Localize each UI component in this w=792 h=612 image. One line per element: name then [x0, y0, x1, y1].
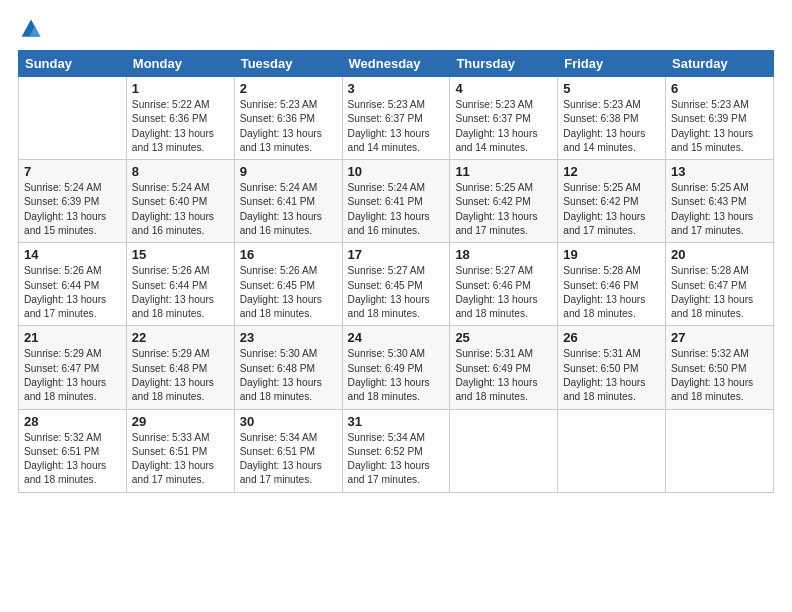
- day-number: 11: [455, 164, 552, 179]
- day-number: 28: [24, 414, 121, 429]
- page: SundayMondayTuesdayWednesdayThursdayFrid…: [0, 0, 792, 612]
- day-info: Sunrise: 5:34 AM Sunset: 6:52 PM Dayligh…: [348, 431, 445, 488]
- calendar-cell: 5Sunrise: 5:23 AM Sunset: 6:38 PM Daylig…: [558, 77, 666, 160]
- calendar-cell: 7Sunrise: 5:24 AM Sunset: 6:39 PM Daylig…: [19, 160, 127, 243]
- day-number: 1: [132, 81, 229, 96]
- day-info: Sunrise: 5:27 AM Sunset: 6:46 PM Dayligh…: [455, 264, 552, 321]
- day-info: Sunrise: 5:22 AM Sunset: 6:36 PM Dayligh…: [132, 98, 229, 155]
- weekday-header-row: SundayMondayTuesdayWednesdayThursdayFrid…: [19, 51, 774, 77]
- day-info: Sunrise: 5:30 AM Sunset: 6:48 PM Dayligh…: [240, 347, 337, 404]
- day-number: 5: [563, 81, 660, 96]
- weekday-header-monday: Monday: [126, 51, 234, 77]
- day-info: Sunrise: 5:28 AM Sunset: 6:46 PM Dayligh…: [563, 264, 660, 321]
- day-info: Sunrise: 5:23 AM Sunset: 6:36 PM Dayligh…: [240, 98, 337, 155]
- calendar-cell: 10Sunrise: 5:24 AM Sunset: 6:41 PM Dayli…: [342, 160, 450, 243]
- calendar-cell: 22Sunrise: 5:29 AM Sunset: 6:48 PM Dayli…: [126, 326, 234, 409]
- day-info: Sunrise: 5:32 AM Sunset: 6:51 PM Dayligh…: [24, 431, 121, 488]
- calendar-week-row: 14Sunrise: 5:26 AM Sunset: 6:44 PM Dayli…: [19, 243, 774, 326]
- day-info: Sunrise: 5:34 AM Sunset: 6:51 PM Dayligh…: [240, 431, 337, 488]
- day-number: 25: [455, 330, 552, 345]
- day-info: Sunrise: 5:27 AM Sunset: 6:45 PM Dayligh…: [348, 264, 445, 321]
- day-number: 16: [240, 247, 337, 262]
- day-info: Sunrise: 5:25 AM Sunset: 6:42 PM Dayligh…: [455, 181, 552, 238]
- logo-icon: [20, 18, 42, 40]
- calendar-cell: 14Sunrise: 5:26 AM Sunset: 6:44 PM Dayli…: [19, 243, 127, 326]
- calendar-cell: 27Sunrise: 5:32 AM Sunset: 6:50 PM Dayli…: [666, 326, 774, 409]
- calendar-cell: 23Sunrise: 5:30 AM Sunset: 6:48 PM Dayli…: [234, 326, 342, 409]
- calendar-cell: 15Sunrise: 5:26 AM Sunset: 6:44 PM Dayli…: [126, 243, 234, 326]
- day-number: 27: [671, 330, 768, 345]
- calendar-cell: 13Sunrise: 5:25 AM Sunset: 6:43 PM Dayli…: [666, 160, 774, 243]
- day-info: Sunrise: 5:32 AM Sunset: 6:50 PM Dayligh…: [671, 347, 768, 404]
- weekday-header-friday: Friday: [558, 51, 666, 77]
- day-number: 3: [348, 81, 445, 96]
- weekday-header-saturday: Saturday: [666, 51, 774, 77]
- day-info: Sunrise: 5:24 AM Sunset: 6:40 PM Dayligh…: [132, 181, 229, 238]
- calendar-week-row: 21Sunrise: 5:29 AM Sunset: 6:47 PM Dayli…: [19, 326, 774, 409]
- day-number: 23: [240, 330, 337, 345]
- day-info: Sunrise: 5:26 AM Sunset: 6:45 PM Dayligh…: [240, 264, 337, 321]
- day-info: Sunrise: 5:28 AM Sunset: 6:47 PM Dayligh…: [671, 264, 768, 321]
- calendar-cell: 1Sunrise: 5:22 AM Sunset: 6:36 PM Daylig…: [126, 77, 234, 160]
- day-info: Sunrise: 5:29 AM Sunset: 6:47 PM Dayligh…: [24, 347, 121, 404]
- day-number: 22: [132, 330, 229, 345]
- day-number: 7: [24, 164, 121, 179]
- weekday-header-sunday: Sunday: [19, 51, 127, 77]
- day-number: 20: [671, 247, 768, 262]
- day-number: 31: [348, 414, 445, 429]
- calendar-cell: [19, 77, 127, 160]
- weekday-header-thursday: Thursday: [450, 51, 558, 77]
- day-number: 8: [132, 164, 229, 179]
- day-number: 15: [132, 247, 229, 262]
- day-number: 26: [563, 330, 660, 345]
- day-number: 29: [132, 414, 229, 429]
- calendar-week-row: 28Sunrise: 5:32 AM Sunset: 6:51 PM Dayli…: [19, 409, 774, 492]
- calendar-cell: 12Sunrise: 5:25 AM Sunset: 6:42 PM Dayli…: [558, 160, 666, 243]
- calendar-cell: 30Sunrise: 5:34 AM Sunset: 6:51 PM Dayli…: [234, 409, 342, 492]
- calendar-cell: 18Sunrise: 5:27 AM Sunset: 6:46 PM Dayli…: [450, 243, 558, 326]
- calendar-cell: 19Sunrise: 5:28 AM Sunset: 6:46 PM Dayli…: [558, 243, 666, 326]
- weekday-header-tuesday: Tuesday: [234, 51, 342, 77]
- day-info: Sunrise: 5:26 AM Sunset: 6:44 PM Dayligh…: [24, 264, 121, 321]
- calendar-cell: 4Sunrise: 5:23 AM Sunset: 6:37 PM Daylig…: [450, 77, 558, 160]
- calendar-header: SundayMondayTuesdayWednesdayThursdayFrid…: [19, 51, 774, 77]
- calendar-cell: 29Sunrise: 5:33 AM Sunset: 6:51 PM Dayli…: [126, 409, 234, 492]
- calendar-cell: 20Sunrise: 5:28 AM Sunset: 6:47 PM Dayli…: [666, 243, 774, 326]
- calendar-cell: 21Sunrise: 5:29 AM Sunset: 6:47 PM Dayli…: [19, 326, 127, 409]
- day-number: 9: [240, 164, 337, 179]
- day-info: Sunrise: 5:33 AM Sunset: 6:51 PM Dayligh…: [132, 431, 229, 488]
- day-number: 4: [455, 81, 552, 96]
- calendar-table: SundayMondayTuesdayWednesdayThursdayFrid…: [18, 50, 774, 493]
- logo: [18, 18, 42, 42]
- calendar-cell: 2Sunrise: 5:23 AM Sunset: 6:36 PM Daylig…: [234, 77, 342, 160]
- day-info: Sunrise: 5:25 AM Sunset: 6:43 PM Dayligh…: [671, 181, 768, 238]
- calendar-cell: 25Sunrise: 5:31 AM Sunset: 6:49 PM Dayli…: [450, 326, 558, 409]
- day-number: 17: [348, 247, 445, 262]
- calendar-cell: 28Sunrise: 5:32 AM Sunset: 6:51 PM Dayli…: [19, 409, 127, 492]
- day-info: Sunrise: 5:26 AM Sunset: 6:44 PM Dayligh…: [132, 264, 229, 321]
- header-row: [18, 18, 774, 42]
- day-info: Sunrise: 5:23 AM Sunset: 6:37 PM Dayligh…: [455, 98, 552, 155]
- day-info: Sunrise: 5:31 AM Sunset: 6:49 PM Dayligh…: [455, 347, 552, 404]
- day-info: Sunrise: 5:24 AM Sunset: 6:39 PM Dayligh…: [24, 181, 121, 238]
- day-info: Sunrise: 5:23 AM Sunset: 6:39 PM Dayligh…: [671, 98, 768, 155]
- calendar-week-row: 1Sunrise: 5:22 AM Sunset: 6:36 PM Daylig…: [19, 77, 774, 160]
- day-number: 14: [24, 247, 121, 262]
- day-info: Sunrise: 5:23 AM Sunset: 6:38 PM Dayligh…: [563, 98, 660, 155]
- day-number: 13: [671, 164, 768, 179]
- calendar-cell: 26Sunrise: 5:31 AM Sunset: 6:50 PM Dayli…: [558, 326, 666, 409]
- calendar-week-row: 7Sunrise: 5:24 AM Sunset: 6:39 PM Daylig…: [19, 160, 774, 243]
- day-info: Sunrise: 5:30 AM Sunset: 6:49 PM Dayligh…: [348, 347, 445, 404]
- calendar-cell: 24Sunrise: 5:30 AM Sunset: 6:49 PM Dayli…: [342, 326, 450, 409]
- calendar-cell: [450, 409, 558, 492]
- calendar-cell: 8Sunrise: 5:24 AM Sunset: 6:40 PM Daylig…: [126, 160, 234, 243]
- day-info: Sunrise: 5:24 AM Sunset: 6:41 PM Dayligh…: [348, 181, 445, 238]
- calendar-body: 1Sunrise: 5:22 AM Sunset: 6:36 PM Daylig…: [19, 77, 774, 493]
- calendar-cell: 16Sunrise: 5:26 AM Sunset: 6:45 PM Dayli…: [234, 243, 342, 326]
- calendar-cell: [558, 409, 666, 492]
- day-number: 12: [563, 164, 660, 179]
- day-number: 24: [348, 330, 445, 345]
- day-number: 21: [24, 330, 121, 345]
- calendar-cell: 6Sunrise: 5:23 AM Sunset: 6:39 PM Daylig…: [666, 77, 774, 160]
- weekday-header-wednesday: Wednesday: [342, 51, 450, 77]
